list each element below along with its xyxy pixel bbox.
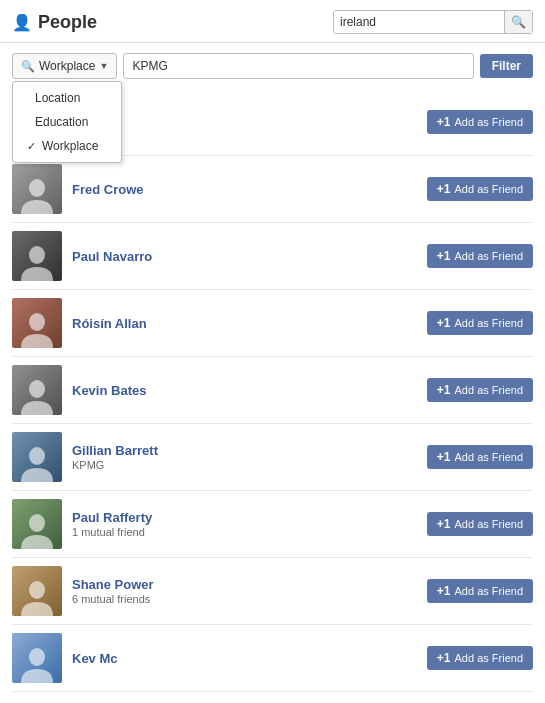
person-name[interactable]: Róisín Allan: [72, 316, 147, 331]
person-name[interactable]: Gillian Barrett: [72, 443, 158, 458]
person-info: Paul Navarro: [72, 249, 417, 264]
add-friend-icon: +1: [437, 182, 451, 196]
add-friend-label: Add as Friend: [455, 384, 523, 396]
add-friend-label: Add as Friend: [455, 451, 523, 463]
person-info: Róisín Allan: [72, 316, 417, 331]
add-friend-button[interactable]: +1 Add as Friend: [427, 177, 533, 201]
person-info: Gillian Barrett KPMG: [72, 443, 417, 471]
add-friend-label: Add as Friend: [455, 585, 523, 597]
add-friend-button[interactable]: +1 Add as Friend: [427, 512, 533, 536]
filter-bar: 🔍 Workplace ▼ Location Education Workpla…: [0, 43, 545, 89]
avatar: [12, 298, 62, 348]
avatar: [12, 566, 62, 616]
table-row: Paul Navarro +1 Add as Friend: [12, 223, 533, 290]
svg-point-3: [29, 313, 45, 331]
add-friend-button[interactable]: +1 Add as Friend: [427, 646, 533, 670]
add-friend-label: Add as Friend: [455, 183, 523, 195]
table-row: Paul Rafferty 1 mutual friend +1 Add as …: [12, 491, 533, 558]
add-friend-icon: +1: [437, 249, 451, 263]
table-row: Róisín Allan +1 Add as Friend: [12, 290, 533, 357]
add-friend-label: Add as Friend: [455, 250, 523, 262]
add-friend-button[interactable]: +1 Add as Friend: [427, 311, 533, 335]
avatar: [12, 231, 62, 281]
avatar: [12, 365, 62, 415]
dropdown-label: Workplace: [39, 59, 95, 73]
person-name[interactable]: Kev Mc: [72, 651, 118, 666]
dropdown-option-workplace[interactable]: Workplace: [13, 134, 121, 158]
add-friend-button[interactable]: +1 Add as Friend: [427, 579, 533, 603]
person-subtitle: 1 mutual friend: [72, 526, 417, 538]
page-title-area: 👤 People: [12, 12, 97, 33]
add-friend-icon: +1: [437, 651, 451, 665]
person-subtitle: KPMG: [72, 459, 417, 471]
person-info: Shane Power 6 mutual friends: [72, 577, 417, 605]
person-name[interactable]: Fred Crowe: [72, 182, 144, 197]
filter-type-menu: Location Education Workplace: [12, 81, 122, 163]
svg-point-4: [29, 380, 45, 398]
page-title: People: [38, 12, 97, 33]
person-name[interactable]: Kevin Bates: [72, 383, 146, 398]
add-friend-button[interactable]: +1 Add as Friend: [427, 378, 533, 402]
table-row: Fred Crowe +1 Add as Friend: [12, 156, 533, 223]
filter-search-icon: 🔍: [21, 60, 35, 73]
add-friend-icon: +1: [437, 115, 451, 129]
person-subtitle: 6 mutual friends: [72, 593, 417, 605]
search-box: 🔍: [333, 10, 533, 34]
svg-point-1: [29, 179, 45, 197]
add-friend-button[interactable]: +1 Add as Friend: [427, 445, 533, 469]
person-info: Kevin Bates: [72, 383, 417, 398]
avatar: [12, 164, 62, 214]
dropdown-option-location[interactable]: Location: [13, 86, 121, 110]
filter-type-dropdown[interactable]: 🔍 Workplace ▼: [12, 53, 117, 79]
add-friend-icon: +1: [437, 383, 451, 397]
chevron-down-icon: ▼: [99, 61, 108, 71]
person-name[interactable]: Shane Power: [72, 577, 154, 592]
person-info: Kev Mc: [72, 651, 417, 666]
filter-button[interactable]: Filter: [480, 54, 533, 78]
avatar: [12, 432, 62, 482]
add-friend-icon: +1: [437, 316, 451, 330]
avatar: [12, 633, 62, 683]
table-row: Kevin Bates +1 Add as Friend: [12, 357, 533, 424]
svg-point-6: [29, 514, 45, 532]
svg-point-8: [29, 648, 45, 666]
add-friend-icon: +1: [437, 584, 451, 598]
avatar: [12, 499, 62, 549]
search-input[interactable]: [334, 11, 504, 33]
add-friend-label: Add as Friend: [455, 652, 523, 664]
people-icon: 👤: [12, 13, 32, 32]
people-list: rock +1 Add as Friend Fred Crowe +1 Add …: [0, 89, 545, 692]
svg-point-5: [29, 447, 45, 465]
add-friend-label: Add as Friend: [455, 518, 523, 530]
table-row: Gillian Barrett KPMG +1 Add as Friend: [12, 424, 533, 491]
table-row: Shane Power 6 mutual friends +1 Add as F…: [12, 558, 533, 625]
add-friend-button[interactable]: +1 Add as Friend: [427, 244, 533, 268]
add-friend-label: Add as Friend: [455, 317, 523, 329]
add-friend-icon: +1: [437, 450, 451, 464]
person-name[interactable]: Paul Rafferty: [72, 510, 152, 525]
filter-text-input[interactable]: [123, 53, 473, 79]
person-name[interactable]: Paul Navarro: [72, 249, 152, 264]
add-friend-button[interactable]: +1 Add as Friend: [427, 110, 533, 134]
dropdown-option-education[interactable]: Education: [13, 110, 121, 134]
person-info: Fred Crowe: [72, 182, 417, 197]
page-header: 👤 People 🔍: [0, 0, 545, 43]
person-info: Paul Rafferty 1 mutual friend: [72, 510, 417, 538]
add-friend-label: Add as Friend: [455, 116, 523, 128]
svg-point-2: [29, 246, 45, 264]
svg-point-7: [29, 581, 45, 599]
search-submit-button[interactable]: 🔍: [504, 11, 532, 33]
table-row: Kev Mc +1 Add as Friend: [12, 625, 533, 692]
add-friend-icon: +1: [437, 517, 451, 531]
person-info: rock: [72, 115, 417, 130]
